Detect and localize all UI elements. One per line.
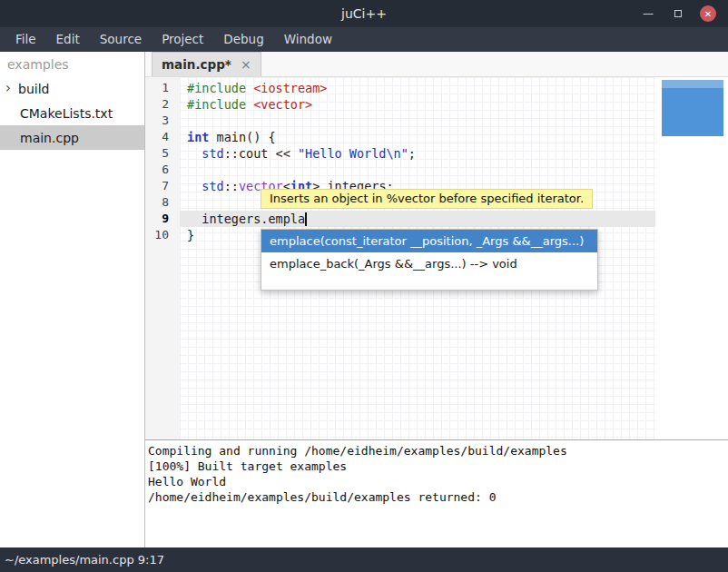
terminal-line: /home/eidheim/examples/build/examples re…	[145, 489, 728, 505]
line-number: 5	[145, 145, 180, 162]
close-button[interactable]: ✕	[700, 5, 716, 22]
code-text: std::cout << "Hello World\n";	[180, 145, 416, 162]
code-text: int main() {	[180, 129, 276, 145]
editor-pane: main.cpp*× 1#include <iostream>2#include…	[145, 52, 728, 547]
scrollbar-thumb[interactable]	[662, 88, 723, 136]
close-icon: ✕	[704, 9, 712, 19]
code-lines: 1#include <iostream>2#include <vector>34…	[145, 77, 728, 243]
doc-tooltip: Inserts an object in %vector before spec…	[261, 189, 593, 209]
line-number: 2	[145, 96, 180, 113]
window-controls: —✕	[640, 5, 728, 22]
sidebar-item-label: main.cpp	[0, 131, 79, 145]
code-line-2[interactable]: 2#include <vector>	[145, 96, 728, 113]
menu-item-window[interactable]: Window	[274, 27, 342, 52]
sidebar-item-build[interactable]: ›build	[0, 76, 144, 101]
menu-item-file[interactable]: File	[5, 27, 46, 52]
terminal-line: Hello World	[145, 474, 728, 489]
code-line-6[interactable]: 6	[145, 162, 728, 178]
window-title: juCi++	[0, 6, 728, 21]
tab-close-icon[interactable]: ×	[241, 57, 251, 72]
code-line-3[interactable]: 3	[145, 113, 728, 129]
line-number: 1	[145, 80, 180, 96]
completion-item[interactable]: emplace(const_iterator __position, _Args…	[261, 230, 597, 252]
tab-main.cpp[interactable]: main.cpp*×	[152, 52, 261, 76]
terminal-line: Compiling and running /home/eidheim/exam…	[145, 443, 728, 459]
statusbar: ~/examples/main.cpp 9:17	[0, 547, 728, 572]
tabbar: main.cpp*×	[145, 52, 728, 77]
code-text: #include <iostream>	[180, 80, 327, 96]
sidebar-item-label: build	[16, 82, 49, 96]
line-number: 6	[145, 162, 180, 178]
completion-list: emplace(const_iterator __position, _Args…	[261, 230, 597, 275]
code-line-1[interactable]: 1#include <iostream>	[145, 80, 728, 96]
restore-icon	[674, 10, 682, 17]
menu-item-debug[interactable]: Debug	[213, 27, 273, 52]
minimize-icon: —	[643, 7, 654, 20]
titlebar[interactable]: juCi++ —✕	[0, 0, 728, 27]
sidebar-item-main.cpp[interactable]: main.cpp	[0, 125, 144, 150]
code-text	[180, 113, 187, 129]
sidebar-item-label: CMakeLists.txt	[0, 106, 113, 121]
menubar: FileEditSourceProjectDebugWindow	[0, 27, 728, 52]
terminal-panel[interactable]: Compiling and running /home/eidheim/exam…	[145, 439, 728, 547]
sidebar-item-cmakelists.txt[interactable]: CMakeLists.txt	[0, 101, 144, 125]
menu-item-edit[interactable]: Edit	[46, 27, 90, 52]
line-number: 3	[145, 113, 180, 129]
menu-item-source[interactable]: Source	[90, 27, 152, 52]
menu-item-project[interactable]: Project	[152, 27, 213, 52]
code-line-5[interactable]: 5 std::cout << "Hello World\n";	[145, 145, 728, 162]
file-browser: examples ›buildCMakeLists.txtmain.cpp	[0, 52, 145, 547]
status-location: ~/examples/main.cpp 9:17	[5, 553, 164, 567]
completion-filler	[261, 275, 597, 290]
minimize-button[interactable]: —	[640, 5, 656, 22]
code-text: #include <vector>	[180, 96, 312, 113]
app-window: juCi++ —✕ FileEditSourceProjectDebugWind…	[0, 0, 728, 572]
main-content: examples ›buildCMakeLists.txtmain.cpp ma…	[0, 52, 728, 547]
terminal-output: Compiling and running /home/eidheim/exam…	[145, 440, 728, 505]
line-number: 10	[145, 227, 180, 243]
terminal-line: [100%] Built target examples	[145, 459, 728, 474]
line-number: 8	[145, 194, 180, 211]
tab-label: main.cpp*	[162, 57, 231, 72]
scrollbar-range-top	[662, 80, 723, 88]
code-text: }	[180, 227, 194, 243]
code-line-4[interactable]: 4int main() {	[145, 129, 728, 145]
chevron-right-icon[interactable]: ›	[0, 82, 16, 95]
editor[interactable]: 1#include <iostream>2#include <vector>34…	[145, 77, 728, 439]
sidebar-list: ›buildCMakeLists.txtmain.cpp	[0, 76, 144, 150]
line-number: 7	[145, 178, 180, 194]
scrollbar-overview[interactable]	[662, 80, 723, 136]
code-line-9[interactable]: 9 integers.empla	[145, 211, 728, 227]
text-cursor	[305, 212, 307, 226]
line-number: 4	[145, 129, 180, 145]
code-text	[180, 194, 187, 211]
completion-popup: emplace(const_iterator __position, _Args…	[261, 229, 598, 291]
completion-item[interactable]: emplace_back(_Args &&__args...) --> void	[261, 252, 597, 275]
line-number: 9	[145, 211, 180, 227]
code-text: integers.empla	[180, 211, 307, 227]
restore-button[interactable]	[670, 5, 686, 22]
sidebar-header: examples	[0, 52, 144, 76]
code-text	[180, 162, 187, 178]
